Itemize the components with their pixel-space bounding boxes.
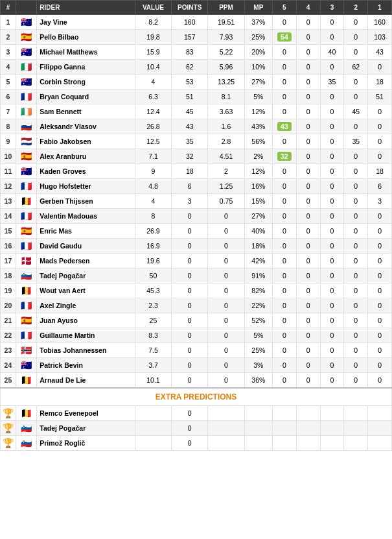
table-row: 15🇪🇸Enric Mas26.90040%00000 [1,224,392,239]
flag-icon: 🇪🇸 [21,315,32,326]
rider-name: Fabio Jakobsen [37,134,135,149]
flag-icon: 🇦🇺 [21,77,32,87]
table-row: 4🇮🇹Filippo Ganna10.4625.9610%000620 [1,60,392,75]
rider-name: Michael Matthews [37,45,135,60]
badge-5: 32 [277,152,292,161]
flag-icon: 🇦🇺 [21,47,32,57]
col-5: 5 [272,1,296,15]
extra-predictions-header: EXTRA PREDICTIONS [1,388,392,406]
rider-name: Corbin Strong [37,75,135,90]
flag-icon: 🇧🇪 [21,285,32,296]
col-rank: # [1,1,16,15]
table-row: 11🇦🇺Kaden Groves918212%000018 [1,164,392,179]
extra-prediction-row: 🏆🇧🇪Remco Evenepoel0 [1,406,392,421]
rider-name: Axel Zingle [37,298,135,313]
table-row: 3🇦🇺Michael Matthews15.9835.2220%0040043 [1,45,392,60]
flag-icon: 🇸🇮 [16,436,36,451]
rider-name: Aleksandr Vlasov [37,119,135,134]
col-3: 3 [320,1,344,15]
extra-prediction-row: 🏆🇸🇮Tadej Pogačar0 [1,421,392,436]
flag-icon: 🇫🇷 [21,91,32,102]
table-row: 18🇸🇮Tadej Pogačar500091%00000 [1,269,392,283]
table-row: 25🇧🇪Arnaud De Lie10.10036%00000 [1,373,392,389]
flag-icon: 🇧🇪 [16,406,36,421]
table-row: 24🇦🇺Patrick Bevin3.7003%00000 [1,358,392,373]
rider-name: Patrick Bevin [37,358,135,373]
table-row: 7🇮🇪Sam Bennett12.4453.6312%000450 [1,104,392,119]
col-mp: MP [244,1,272,15]
rider-name: Enric Mas [37,224,135,239]
table-row: 16🇫🇷David Gaudu16.90018%00000 [1,239,392,254]
flag-icon: 🇩🇰 [21,256,32,266]
flag-icon: 🇳🇱 [21,136,32,147]
rider-name: Kaden Groves [37,164,135,179]
table-row: 9🇳🇱Fabio Jakobsen12.5352.856%000350 [1,134,392,149]
extra-points: 0 [172,421,208,436]
rider-name: Guillaume Martin [37,328,135,343]
flag-icon: 🇷🇺 [21,121,32,132]
flag-icon: 🇮🇪 [21,106,32,117]
table-row: 2🇪🇸Pello Bilbao19.81577.9325%54000103 [1,30,392,45]
flag-icon: 🇸🇮 [16,421,36,436]
rider-name: Jay Vine [37,15,135,30]
rider-name: Juan Ayuso [37,313,135,328]
rider-name: Bryan Coquard [37,90,135,104]
rider-name: Tobias Johannessen [37,343,135,358]
col-value: VALUE [135,1,171,15]
table-row: 21🇪🇸Juan Ayuso250052%00000 [1,313,392,328]
table-row: 19🇧🇪Wout van Aert45.30082%00000 [1,283,392,298]
trophy-icon: 🏆 [1,406,16,421]
extra-rider-name: Remco Evenepoel [37,406,135,421]
rider-name: Arnaud De Lie [37,373,135,389]
rider-name: Gerben Thijssen [37,194,135,209]
extra-rider-name: Tadej Pogačar [37,421,135,436]
table-row: 5🇦🇺Corbin Strong45313.2527%0035018 [1,75,392,90]
flag-icon: 🇫🇷 [21,241,32,251]
extra-points: 0 [172,436,208,451]
table-row: 17🇩🇰Mads Pedersen19.60042%00000 [1,254,392,269]
flag-icon: 🇦🇺 [21,166,32,176]
rider-name: David Gaudu [37,239,135,254]
col-points: POINTS [172,1,208,15]
table-row: 10🇪🇸Alex Aranburu7.1324.512%320000 [1,149,392,164]
badge-5: 43 [277,122,292,131]
flag-icon: 🇦🇺 [21,17,32,27]
col-1: 1 [368,1,392,15]
flag-icon: 🇫🇷 [21,181,32,191]
flag-icon: 🇦🇺 [21,360,32,370]
flag-icon: 🇧🇪 [21,196,32,206]
table-row: 6🇫🇷Bryan Coquard6.3518.15%000051 [1,90,392,104]
rider-name: Mads Pedersen [37,254,135,269]
table-row: 22🇫🇷Guillaume Martin8.3005%00000 [1,328,392,343]
rider-name: Valentin Madouas [37,209,135,224]
col-ppm: PPM [208,1,244,15]
flag-icon: 🇪🇸 [21,151,32,162]
trophy-icon: 🏆 [1,421,16,436]
flag-icon: 🇳🇴 [21,345,32,355]
col-flag [16,1,36,15]
rider-name: Tadej Pogačar [37,269,135,283]
flag-icon: 🇪🇸 [21,32,32,42]
extra-points: 0 [172,406,208,421]
flag-icon: 🇫🇷 [21,300,32,311]
flag-icon: 🇸🇮 [21,270,32,281]
rider-name: Filippo Ganna [37,60,135,75]
table-row: 8🇷🇺Aleksandr Vlasov26.8431.643%430000 [1,119,392,134]
rider-name: Hugo Hofstetter [37,179,135,194]
flag-icon: 🇮🇹 [21,62,32,72]
rider-name: Sam Bennett [37,104,135,119]
badge-5: 54 [277,32,292,42]
table-row: 20🇫🇷Axel Zingle2.30022%00000 [1,298,392,313]
col-2: 2 [344,1,368,15]
table-row: 13🇧🇪Gerben Thijssen430.7515%00003 [1,194,392,209]
col-4: 4 [296,1,320,15]
rider-name: Wout van Aert [37,283,135,298]
table-row: 14🇫🇷Valentin Madouas80027%00000 [1,209,392,224]
trophy-icon: 🏆 [1,436,16,451]
col-rider: RIDER [37,1,135,15]
flag-icon: 🇧🇪 [21,375,32,385]
rider-name: Pello Bilbao [37,30,135,45]
table-row: 12🇫🇷Hugo Hofstetter4.861.2516%00006 [1,179,392,194]
extra-rider-name: Primož Roglič [37,436,135,451]
flag-icon: 🇪🇸 [21,226,32,236]
